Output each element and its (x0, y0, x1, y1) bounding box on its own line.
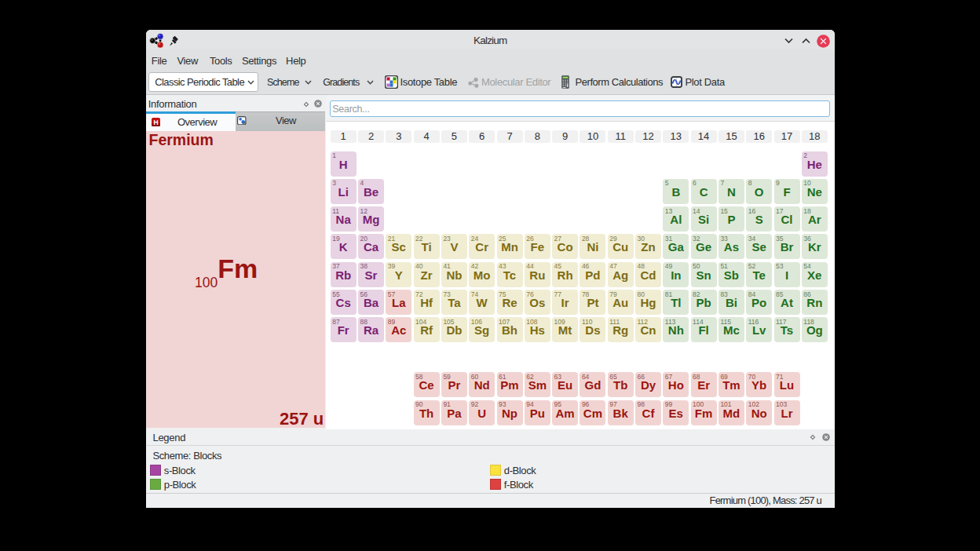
svg-text:H: H (153, 118, 158, 126)
